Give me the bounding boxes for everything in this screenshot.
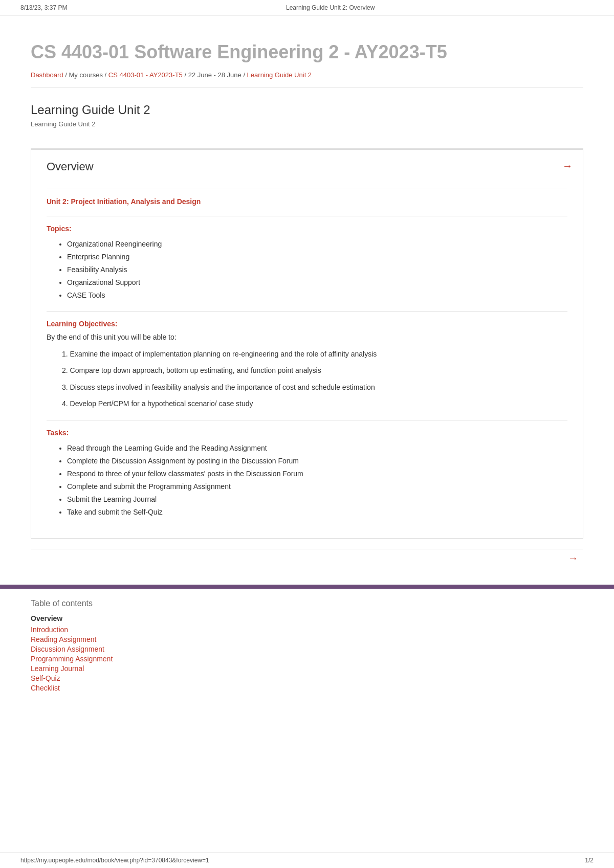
toc-link[interactable]: Introduction: [31, 626, 68, 634]
task-item: Read through the Learning Guide and the …: [67, 443, 567, 454]
objective-item: Compare top down approach, bottom up est…: [57, 365, 567, 376]
nav-arrow-top[interactable]: →: [562, 160, 573, 171]
objectives-intro: By the end of this unit you will be able…: [47, 333, 567, 341]
toc-list-item: Discussion Assignment: [31, 645, 583, 653]
main-content: CS 4403-01 Software Engineering 2 - AY20…: [0, 16, 614, 585]
unit-heading: Unit 2: Project Initiation, Analysis and…: [47, 197, 567, 206]
objectives-list: Examine the impact of implementation pla…: [47, 348, 567, 410]
task-item: Take and submit the Self-Quiz: [67, 507, 567, 518]
divider-1: [47, 189, 567, 189]
task-item: Complete the Discussion Assignment by po…: [67, 456, 567, 466]
footer-url: https://my.uopeople.edu/mod/book/view.ph…: [20, 857, 209, 864]
toc-link[interactable]: Learning Journal: [31, 664, 84, 673]
breadcrumb-dashboard[interactable]: Dashboard: [31, 71, 63, 79]
objectives-heading: Learning Objectives:: [47, 320, 567, 328]
divider-3: [47, 311, 567, 311]
toc-list-item: Self-Quiz: [31, 674, 583, 682]
footer-page-num: 1/2: [585, 857, 594, 864]
task-item: Submit the Learning Journal: [67, 494, 567, 505]
breadcrumb-course[interactable]: CS 4403-01 - AY2023-T5: [108, 71, 183, 79]
topics-heading: Topics:: [47, 225, 567, 233]
toc-list-item: Reading Assignment: [31, 635, 583, 643]
topic-item: Enterprise Planning: [67, 252, 567, 262]
task-item: Complete and submit the Programming Assi…: [67, 481, 567, 492]
toc-section: Table of contents Overview IntroductionR…: [0, 589, 614, 714]
toc-title: Table of contents: [31, 599, 583, 608]
toc-list: IntroductionReading AssignmentDiscussion…: [31, 626, 583, 692]
purple-bar: [0, 585, 614, 589]
divider-4: [47, 420, 567, 420]
toc-link[interactable]: Self-Quiz: [31, 674, 60, 682]
page-title: CS 4403-01 Software Engineering 2 - AY20…: [31, 41, 583, 63]
tasks-list: Read through the Learning Guide and the …: [47, 443, 567, 518]
toc-list-item: Learning Journal: [31, 664, 583, 673]
section-title: Learning Guide Unit 2: [31, 103, 583, 117]
topic-item: Organizational Support: [67, 277, 567, 288]
task-item: Respond to three of your fellow classmat…: [67, 469, 567, 479]
top-bar-title: Learning Guide Unit 2: Overview: [286, 4, 375, 11]
breadcrumb-sep2: /: [105, 71, 108, 79]
footer: https://my.uopeople.edu/mod/book/view.ph…: [0, 852, 614, 868]
breadcrumb-daterange: 22 June - 28 June: [188, 71, 242, 79]
top-bar: 8/13/23, 3:37 PM Learning Guide Unit 2: …: [0, 0, 614, 16]
objective-item: Discuss steps involved in feasibility an…: [57, 382, 567, 393]
toc-current: Overview: [31, 614, 583, 622]
toc-list-item: Introduction: [31, 626, 583, 634]
objective-item: Develop Pert/CPM for a hypothetical scen…: [57, 398, 567, 409]
topic-item: Organizational Reengineering: [67, 239, 567, 250]
nav-arrow-bottom[interactable]: →: [568, 552, 578, 564]
topic-item: Feasibility Analysis: [67, 264, 567, 275]
section-subtitle: Learning Guide Unit 2: [31, 120, 583, 138]
topic-item: CASE Tools: [67, 290, 567, 301]
top-bar-date: 8/13/23, 3:37 PM: [20, 4, 67, 11]
toc-list-item: Programming Assignment: [31, 655, 583, 663]
breadcrumb-mycourses: My courses: [69, 71, 102, 79]
toc-link[interactable]: Discussion Assignment: [31, 645, 104, 653]
toc-link[interactable]: Programming Assignment: [31, 655, 113, 663]
overview-title: Overview: [47, 160, 567, 179]
breadcrumb-sep4: /: [243, 71, 247, 79]
breadcrumb-current[interactable]: Learning Guide Unit 2: [247, 71, 312, 79]
topics-list: Organizational ReengineeringEnterprise P…: [47, 239, 567, 301]
toc-link[interactable]: Checklist: [31, 684, 60, 692]
objective-item: Examine the impact of implementation pla…: [57, 348, 567, 360]
tasks-heading: Tasks:: [47, 429, 567, 437]
toc-link[interactable]: Reading Assignment: [31, 635, 96, 643]
breadcrumb: Dashboard / My courses / CS 4403-01 - AY…: [31, 71, 583, 87]
divider-2: [47, 216, 567, 216]
breadcrumb-sep3: /: [184, 71, 188, 79]
toc-list-item: Checklist: [31, 684, 583, 692]
overview-card: → Overview Unit 2: Project Initiation, A…: [31, 148, 583, 539]
